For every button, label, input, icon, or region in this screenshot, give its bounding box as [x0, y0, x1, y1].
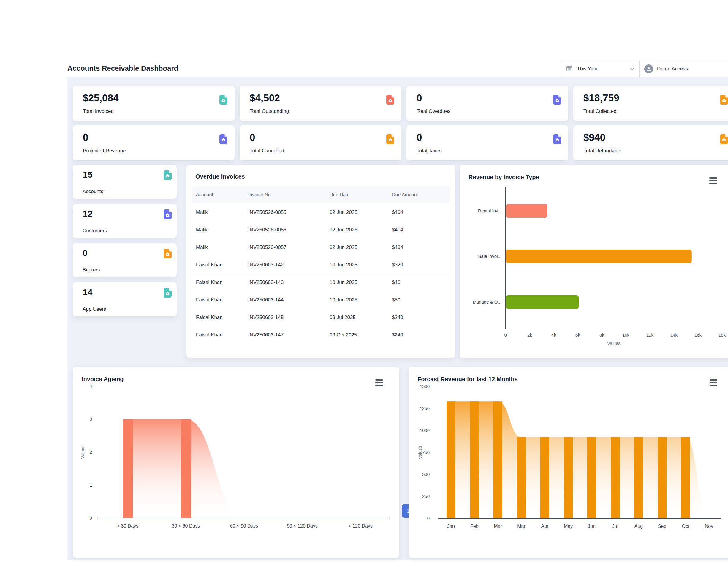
stat-label: Total Collected: [583, 108, 617, 114]
cell-invoice-no: INV250603-145: [248, 315, 330, 321]
cell-due-date: 02 Jun 2025: [330, 209, 392, 215]
cell-invoice-no: INV250603-142: [248, 262, 330, 268]
stat-value: $4,502: [250, 92, 280, 104]
svg-text:Apr: Apr: [541, 524, 549, 529]
stat-label: Total Cancelled: [250, 148, 284, 154]
cell-due-amount: $404: [392, 244, 446, 250]
hamburger-menu-icon[interactable]: [709, 177, 717, 184]
svg-text:6k: 6k: [575, 333, 580, 338]
cell-due-amount: $50: [392, 297, 446, 303]
stat-value: 0: [250, 132, 255, 143]
table-row[interactable]: Malik INV250526-0057 02 Jun 2025 $404: [192, 238, 450, 256]
svg-text:1500: 1500: [420, 384, 430, 389]
svg-text:Manage & O...: Manage & O...: [473, 300, 501, 305]
cell-invoice-no: INV250526-0057: [248, 244, 330, 250]
stat-card-total-overdues: 0 Total Overdues: [406, 86, 568, 121]
stat-card-projected-revenue: 0 Projected Revenue: [73, 125, 235, 160]
table-row[interactable]: Malik INV250526-0056 02 Jun 2025 $404: [192, 221, 450, 238]
svg-text:16k: 16k: [694, 333, 702, 338]
invoice-file-icon: [553, 95, 561, 104]
revenue-by-invoice-type-panel: Revenue by Invoice Type Rental Inv...Sal…: [460, 165, 728, 358]
table-row[interactable]: Faisal Khan INV250603-142 10 Jun 2025 $3…: [192, 256, 450, 273]
table-row[interactable]: Faisal Khan INV250603-144 10 Jun 2025 $5…: [192, 291, 450, 309]
svg-text:90 < 120 Days: 90 < 120 Days: [287, 523, 318, 528]
account-selector-value: Demo Access: [657, 66, 724, 72]
table-row[interactable]: Faisal Khan INV250603-147 09 Oct 2025 $2…: [192, 326, 450, 336]
svg-text:4: 4: [90, 384, 92, 389]
cell-due-date: 10 Jun 2025: [330, 297, 392, 303]
period-selector-value: This Year: [577, 66, 626, 72]
cell-invoice-no: INV250603-147: [248, 332, 330, 336]
svg-text:1250: 1250: [420, 406, 430, 411]
forecast-revenue-area-chart: JanFebMarMarAprMayJunJulAugSepOctNov0250…: [409, 367, 728, 558]
hamburger-menu-icon[interactable]: [375, 379, 383, 386]
account-selector[interactable]: Demo Access: [640, 61, 728, 77]
svg-text:Jul: Jul: [612, 524, 618, 529]
table-header: Account Invoice No Due Date Due Amount: [192, 186, 450, 203]
cell-due-date: 09 Jul 2025: [330, 315, 392, 321]
svg-text:2: 2: [90, 449, 92, 455]
entity-value: 0: [83, 248, 88, 258]
stat-label: Total Refundable: [583, 148, 621, 154]
invoice-file-icon: [553, 134, 561, 144]
cell-due-amount: $404: [392, 209, 446, 215]
svg-text:Oct: Oct: [682, 524, 689, 529]
cell-due-amount: $240: [392, 315, 446, 321]
svg-text:60 < 90 Days: 60 < 90 Days: [230, 523, 258, 528]
invoice-file-icon: [164, 248, 171, 258]
period-selector[interactable]: This Year: [561, 61, 640, 77]
stat-value: 0: [417, 92, 422, 104]
invoice-file-icon: [386, 134, 394, 144]
stat-label: Total Outstanding: [250, 108, 289, 114]
page-title: Accounts Receivable Dashboard: [67, 64, 178, 72]
cell-due-amount: $40: [392, 279, 446, 286]
svg-text:2k: 2k: [527, 333, 532, 338]
table-body: Malik INV250526-0055 02 Jun 2025 $404 Ma…: [192, 203, 450, 336]
svg-text:Values: Values: [417, 446, 422, 459]
cell-account: Faisal Khan: [196, 297, 248, 303]
svg-text:14k: 14k: [670, 333, 678, 338]
cell-due-amount: $240: [392, 332, 446, 336]
entity-card-accounts: 15 Accounts: [73, 165, 177, 199]
stat-label: Total Taxes: [417, 148, 442, 154]
hamburger-menu-icon[interactable]: [710, 379, 717, 386]
column-header-due-amount: Due Amount: [392, 192, 446, 197]
cell-account: Faisal Khan: [196, 315, 248, 321]
invoice-file-icon: [720, 95, 728, 104]
svg-text:12k: 12k: [646, 333, 654, 338]
svg-text:Rental Inv...: Rental Inv...: [478, 208, 501, 213]
svg-text:Mar: Mar: [494, 524, 502, 529]
svg-text:0: 0: [504, 333, 507, 338]
stat-card-total-invoiced: $25,084 Total Invoiced: [73, 86, 235, 121]
entity-label: Customers: [83, 228, 107, 234]
stat-label: Total Invoiced: [83, 108, 114, 114]
entity-value: 14: [83, 287, 92, 297]
svg-text:Jun: Jun: [588, 524, 596, 529]
svg-text:Values: Values: [607, 341, 621, 346]
header-selectors: This Year Demo Access: [561, 61, 728, 77]
stat-value: 0: [417, 132, 422, 143]
cell-due-date: 02 Jun 2025: [330, 227, 392, 233]
table-row[interactable]: Faisal Khan INV250603-143 10 Jun 2025 $4…: [192, 273, 450, 291]
cell-invoice-no: INV250603-144: [248, 297, 330, 303]
invoice-file-icon: [386, 95, 394, 104]
entity-card-app-users: 14 App Users: [73, 283, 177, 316]
entity-label: Accounts: [83, 189, 103, 194]
svg-text:4k: 4k: [551, 333, 556, 338]
stat-value: $25,084: [83, 92, 119, 104]
chart-title: Revenue by Invoice Type: [469, 174, 539, 180]
invoice-file-icon: [164, 288, 171, 297]
cell-account: Faisal Khan: [196, 262, 248, 268]
cell-account: Malik: [196, 244, 248, 250]
svg-text:1000: 1000: [420, 428, 430, 433]
cell-invoice-no: INV250603-143: [248, 279, 330, 286]
table-row[interactable]: Malik INV250526-0055 02 Jun 2025 $404: [192, 203, 450, 221]
invoice-ageing-panel: Invoice Ageing > 30 Days30 < 60 Days60 <…: [73, 367, 399, 558]
svg-text:3: 3: [90, 417, 92, 422]
panel-title: Overdue Invoices: [195, 173, 245, 180]
stat-card-total-outstanding: $4,502 Total Outstanding: [240, 86, 401, 121]
cell-invoice-no: INV250526-0055: [248, 209, 330, 215]
invoice-file-icon: [164, 209, 171, 219]
table-row[interactable]: Faisal Khan INV250603-145 09 Jul 2025 $2…: [192, 309, 450, 326]
entity-label: App Users: [83, 306, 106, 312]
